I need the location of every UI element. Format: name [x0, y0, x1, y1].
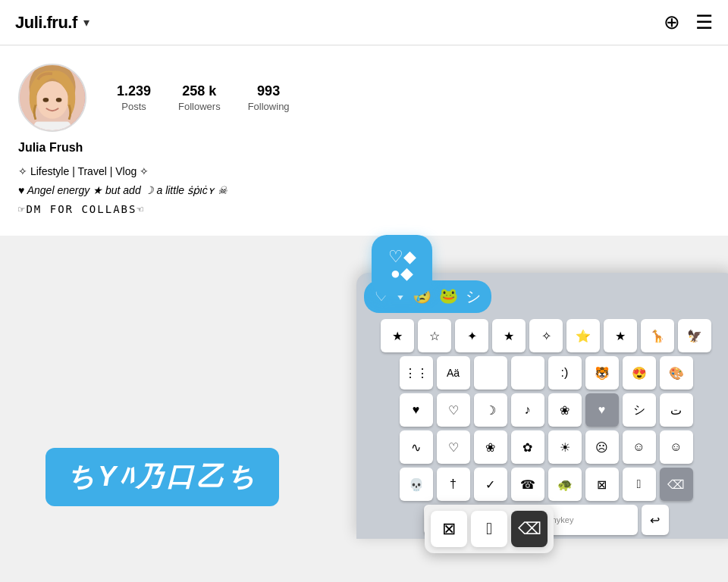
followers-count: 258 k: [182, 83, 216, 99]
avatar[interactable]: [18, 64, 86, 132]
add-post-icon[interactable]: ⊕: [664, 11, 680, 34]
key-star6[interactable]: ⭐: [566, 319, 600, 352]
svg-point-4: [56, 98, 62, 102]
key-tiger[interactable]: 🐯: [585, 356, 619, 390]
profile-top: 1.239 Posts 258 k Followers 993 Followin…: [18, 64, 710, 132]
app-icon[interactable]: ♡◆ ●◆: [372, 235, 432, 296]
menu-icon[interactable]: ☰: [695, 11, 713, 34]
avatar-image: [20, 65, 85, 130]
topbar: Juli.fru.f ▾ ⊕ ☰: [0, 0, 728, 45]
followers-label: Followers: [178, 101, 221, 112]
keyboard-body: ♡ ♥ 😢 🐸 シ ★ ☆ ✦ ★ ✧ ⭐ ★: [356, 273, 728, 539]
key-turtle[interactable]: 🐢: [548, 468, 582, 501]
app-preview-area: ちYﾊ乃口乙ち ♡ ♥ 😢 🐸 シ ★: [0, 227, 728, 582]
profile-bio: ✧ Lifestyle | Travel | Vlog ✧ ♥ Angel en…: [18, 164, 710, 221]
bio-line-2: ♥ Angel energy ★ but add ☽ a little ṡṗıċ…: [18, 183, 710, 199]
topbar-left: Juli.fru.f ▾: [15, 13, 89, 33]
posts-stat[interactable]: 1.239 Posts: [117, 83, 151, 112]
keyboard-row-4: ∿ ♡ ❀ ✿ ☀ ☹ ☺ ☺: [364, 430, 728, 464]
app-container: Juli.fru.f ▾ ⊕ ☰: [0, 0, 728, 582]
key-smile[interactable]: :): [548, 356, 582, 390]
symbols-banner[interactable]: ちYﾊ乃口乙ち: [46, 448, 279, 506]
key-cross[interactable]: †: [437, 468, 470, 501]
key-phone[interactable]: ☎: [511, 468, 544, 501]
following-count: 993: [257, 83, 280, 99]
key-heart1[interactable]: ♥: [400, 393, 433, 427]
key-sad[interactable]: ☹: [585, 430, 619, 464]
key-star5[interactable]: ✧: [529, 319, 563, 352]
key-heart-eyes[interactable]: 😍: [623, 356, 656, 390]
chevron-down-icon[interactable]: ▾: [83, 15, 89, 30]
posts-label: Posts: [121, 101, 146, 112]
key-skull[interactable]: 💀: [400, 468, 433, 501]
key-share[interactable]: ⋮⋮: [400, 356, 433, 390]
key-swirl[interactable]: ∿: [400, 430, 433, 464]
key-b3[interactable]: ↩: [642, 505, 669, 535]
key-heart-filled[interactable]: ♥: [585, 393, 619, 427]
key-flower[interactable]: ❀: [548, 393, 582, 427]
profile-name: Julia Frush: [18, 141, 710, 155]
key-crescent[interactable]: ☽: [474, 393, 507, 427]
bio-line-3: ☞DM FOR COLLABS☜: [18, 202, 710, 217]
following-label: Following: [248, 101, 290, 112]
emoji-chip-5[interactable]: シ: [466, 286, 481, 307]
keyboard-row-1: ★ ☆ ✦ ★ ✧ ⭐ ★ 🦒 🦅: [364, 319, 728, 352]
key-eye[interactable]: 𓂀: [623, 468, 656, 501]
app-icon-symbols: ♡◆ ●◆: [388, 249, 416, 282]
popup-key-eye[interactable]: 𓂀: [471, 511, 507, 547]
key-flower3[interactable]: ✿: [511, 430, 544, 464]
key-flower2[interactable]: ❀: [474, 430, 507, 464]
key-star3[interactable]: ✦: [455, 319, 488, 352]
key-star2[interactable]: ☆: [418, 319, 451, 352]
profile-stats: 1.239 Posts 258 k Followers 993 Followin…: [117, 83, 290, 112]
key-palette[interactable]: 🎨: [660, 356, 693, 390]
symbols-banner-text: ちYﾊ乃口乙ち: [67, 458, 258, 496]
keyboard-row-2: ⋮⋮ Aä :) 🐯 😍 🎨: [364, 356, 728, 390]
followers-stat[interactable]: 258 k Followers: [178, 83, 221, 112]
key-empty2[interactable]: [511, 356, 544, 390]
emoji-chip-4[interactable]: 🐸: [439, 286, 458, 307]
svg-point-3: [43, 98, 49, 102]
topbar-username[interactable]: Juli.fru.f: [15, 13, 77, 33]
key-bird[interactable]: 🦅: [678, 319, 711, 352]
key-music[interactable]: ♪: [511, 393, 544, 427]
key-checkmark[interactable]: ✓: [474, 468, 507, 501]
profile-card: 1.239 Posts 258 k Followers 993 Followin…: [0, 45, 728, 236]
key-star1[interactable]: ★: [381, 319, 414, 352]
profile-section: 1.239 Posts 258 k Followers 993 Followin…: [0, 45, 728, 236]
keyboard-row-5: 💀 † ✓ ☎ 🐢 ⊠ 𓂀 ⌫: [364, 468, 728, 501]
keyboard-container: ♡ ♥ 😢 🐸 シ ★ ☆ ✦ ★ ✧ ⭐ ★: [311, 227, 728, 582]
following-stat[interactable]: 993 Following: [248, 83, 290, 112]
key-sun[interactable]: ☀: [548, 430, 582, 464]
key-smile3[interactable]: ☺: [660, 430, 693, 464]
keyboard-row-3: ♥ ♡ ☽ ♪ ❀ ♥ シ ت: [364, 393, 728, 427]
key-star4[interactable]: ★: [492, 319, 526, 352]
key-smile2[interactable]: ☺: [623, 430, 656, 464]
posts-count: 1.239: [117, 83, 151, 99]
popup-key-x[interactable]: ⊠: [431, 511, 467, 547]
popup-key-backspace[interactable]: ⌫: [511, 511, 548, 547]
key-heart2[interactable]: ♡: [437, 393, 470, 427]
key-font[interactable]: Aä: [437, 356, 470, 390]
key-heart3[interactable]: ♡: [437, 430, 470, 464]
topbar-right: ⊕ ☰: [664, 11, 713, 34]
key-box-x[interactable]: ⊠: [585, 468, 619, 501]
key-star7[interactable]: ★: [604, 319, 637, 352]
key-arabic[interactable]: ت: [660, 393, 693, 427]
key-wave[interactable]: シ: [623, 393, 656, 427]
key-empty1[interactable]: [474, 356, 507, 390]
popup-emoji-bar: ⊠ 𓂀 ⌫: [425, 505, 554, 553]
svg-rect-5: [34, 122, 71, 130]
key-backspace[interactable]: ⌫: [660, 468, 693, 501]
content-area: 1.239 Posts 258 k Followers 993 Followin…: [0, 45, 728, 582]
bio-line-1: ✧ Lifestyle | Travel | Vlog ✧: [18, 164, 710, 180]
key-giraffe[interactable]: 🦒: [641, 319, 674, 352]
